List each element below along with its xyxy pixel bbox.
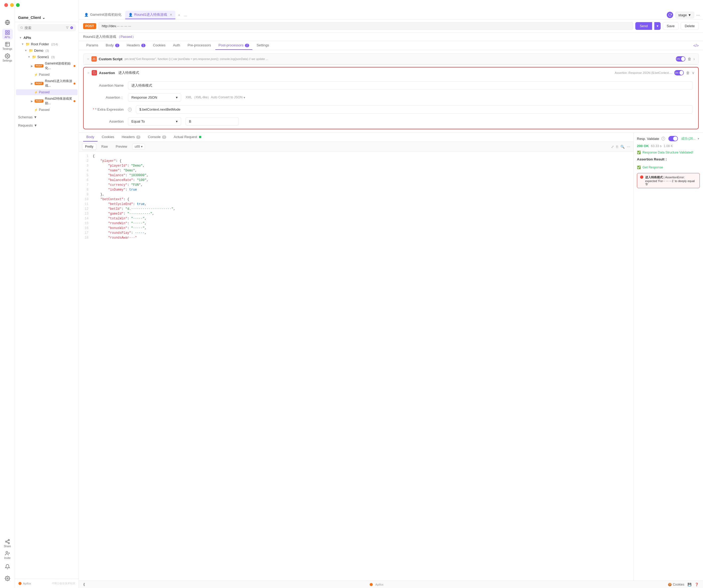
- assertion-name-input[interactable]: [128, 81, 693, 89]
- custom-script-toggle[interactable]: ON: [676, 56, 685, 62]
- sidebar-item-share[interactable]: Share: [2, 538, 13, 548]
- code-line-8: 8 "isDummy": true: [79, 188, 633, 192]
- sidebar-item-bell[interactable]: [2, 561, 13, 572]
- tree-gameinit-passed[interactable]: ⚡ Passed: [16, 72, 78, 78]
- assertion-icon: [92, 70, 97, 75]
- tab-gameinit[interactable]: 👤 GameInit游戏初始化: [81, 11, 125, 19]
- save-footer-icon[interactable]: 💾: [688, 583, 692, 586]
- tab-settings[interactable]: Settings: [253, 41, 272, 50]
- tree-round2-passed[interactable]: ⚡ Passed: [16, 107, 78, 113]
- view-raw-button[interactable]: Raw: [98, 143, 110, 150]
- tree-apis-header[interactable]: ▼ APIs: [16, 34, 78, 41]
- tab-round1[interactable]: 👤 Round1进入特殊游戏 ✕: [125, 11, 176, 19]
- project-chevron-icon: ⌄: [42, 15, 45, 20]
- bottom-bar: ⟪ Apifox 🍪 Cookies 💾 ❓: [79, 581, 703, 588]
- assertion-expected-value-input[interactable]: [185, 117, 239, 126]
- tab-headers[interactable]: Headers 1: [124, 41, 149, 50]
- resp-tab-headers[interactable]: Headers 7: [119, 133, 144, 142]
- tree-root-folder[interactable]: ▼ 📁 Root Folder (214): [16, 41, 78, 47]
- tab-more-button[interactable]: ...: [183, 12, 188, 18]
- maximize-button[interactable]: [16, 3, 20, 7]
- send-dropdown-button[interactable]: ▾: [654, 22, 660, 30]
- url-input[interactable]: [98, 22, 633, 30]
- cookies-footer-button[interactable]: 🍪 Cookies: [668, 583, 684, 586]
- apifox-logo-icon: [18, 582, 22, 585]
- tab-params[interactable]: Params: [83, 41, 101, 50]
- collapse-icon[interactable]: ⟪: [83, 582, 85, 586]
- delete-button[interactable]: Delete: [681, 22, 699, 30]
- view-pretty-button[interactable]: Pretty: [82, 143, 96, 150]
- xml-note: XML（XML-like）Auto Convert to JSON ▾: [185, 95, 245, 100]
- validate-toggle[interactable]: [669, 136, 678, 141]
- round1-test-icon: ⚡: [34, 91, 38, 94]
- sidebar-item-invite[interactable]: Invite: [2, 549, 13, 560]
- extra-expression-help-icon[interactable]: ?: [128, 108, 132, 112]
- resp-tab-actual-request[interactable]: Actual Request: [170, 133, 205, 142]
- tree-gameinit-api[interactable]: ▶ POST GameInit游戏初始化...: [16, 60, 78, 71]
- svg-rect-2: [8, 30, 9, 32]
- assertion-drag-handle-icon[interactable]: ≡: [87, 71, 89, 75]
- tree-round1-api[interactable]: ▶ POST Round1进入特殊游戏...: [16, 78, 78, 89]
- save-button[interactable]: Save: [663, 22, 679, 30]
- menu-icon[interactable]: ⋯: [696, 13, 700, 17]
- tab-pre-processors[interactable]: Pre-processors: [184, 41, 214, 50]
- custom-script-delete-icon[interactable]: 🗑: [688, 57, 691, 61]
- stage-button[interactable]: stage ▼: [675, 12, 694, 18]
- toggle-knob: [681, 57, 685, 61]
- assertion-op-select[interactable]: Equal To ▾: [128, 117, 181, 126]
- tree-demo-folder[interactable]: ▼ 📁 Demo (3): [16, 48, 78, 54]
- validate-help-icon[interactable]: ?: [661, 137, 665, 140]
- tree-round1-passed[interactable]: ⚡ Passed: [16, 89, 78, 95]
- gameinit-chevron-icon: ▶: [31, 65, 33, 67]
- assertion-delete-icon[interactable]: 🗑: [686, 71, 690, 75]
- tab-body[interactable]: Body 1: [102, 41, 123, 50]
- project-title[interactable]: Game_Client ⌄: [18, 15, 45, 20]
- root-folder-count: (214): [51, 43, 58, 46]
- more-code-icon[interactable]: ⋯: [627, 145, 630, 149]
- resp-tab-body[interactable]: Body: [83, 133, 97, 142]
- tab-add-button[interactable]: +: [176, 12, 182, 18]
- copy-icon[interactable]: ⎘: [616, 145, 618, 149]
- resp-tab-console[interactable]: Console 1: [145, 133, 169, 142]
- sidebar-item-apis[interactable]: APIs: [2, 29, 13, 40]
- close-button[interactable]: [4, 3, 8, 7]
- assertion-expand-icon[interactable]: ∨: [692, 71, 695, 75]
- drag-handle-icon[interactable]: ≡: [87, 57, 89, 61]
- custom-script-preview: pm.test("Get Response", function () { va…: [125, 57, 674, 61]
- tab-cookies[interactable]: Cookies: [150, 41, 169, 50]
- search-input[interactable]: [24, 26, 64, 30]
- resp-tab-cookies[interactable]: Cookies: [99, 133, 118, 142]
- assertion-type-label: Assertion：: [89, 95, 124, 100]
- tab-round1-close-icon[interactable]: ✕: [170, 13, 172, 16]
- stage-label: stage: [678, 13, 687, 17]
- tree-round2-api[interactable]: ▶ POST Round2特殊游戏奖励...: [16, 95, 78, 106]
- xml-chevron-icon: ▾: [244, 96, 245, 99]
- assertion-toggle[interactable]: ON: [674, 70, 684, 75]
- search-code-icon[interactable]: 🔍: [620, 145, 625, 149]
- response-right-panel: Resp. Validate ? 成功 (20... ▾ 200 OK 63.3…: [634, 133, 703, 581]
- minimize-button[interactable]: [10, 3, 14, 7]
- send-button[interactable]: Send: [635, 22, 652, 30]
- sidebar-item-settings[interactable]: Settings: [2, 52, 13, 63]
- tab-auth[interactable]: Auth: [170, 41, 183, 50]
- extra-expression-input[interactable]: [136, 105, 693, 114]
- custom-script-expand-icon[interactable]: ›: [693, 57, 695, 61]
- view-preview-button[interactable]: Preview: [113, 143, 130, 150]
- requests-section[interactable]: Requests ▼: [15, 121, 79, 130]
- sidebar-item-gear[interactable]: [2, 573, 13, 584]
- filter-icon[interactable]: [66, 26, 69, 29]
- success-chevron-icon[interactable]: ▾: [698, 137, 699, 140]
- svg-marker-17: [66, 27, 69, 29]
- tab-post-processors[interactable]: Post-processors 2: [215, 41, 252, 50]
- tree-scene1-folder[interactable]: ▼ 📁 Scene1 (3): [16, 54, 78, 60]
- help-footer-icon[interactable]: ❓: [695, 583, 699, 586]
- status-line: Round1进入特殊游戏 （Passed）: [79, 33, 703, 41]
- sidebar-item-testings[interactable]: Testings: [2, 41, 13, 51]
- expand-icon[interactable]: ⤢: [611, 145, 614, 149]
- add-icon[interactable]: [70, 25, 73, 30]
- encoding-select[interactable]: utf8 ▾: [132, 144, 145, 150]
- assertion-type-select[interactable]: Response JSON ▾: [128, 93, 181, 101]
- sidebar-item-globe[interactable]: [2, 17, 13, 28]
- schemas-section[interactable]: Schemas ▼: [15, 113, 79, 121]
- code-view-icon[interactable]: </>: [693, 44, 699, 48]
